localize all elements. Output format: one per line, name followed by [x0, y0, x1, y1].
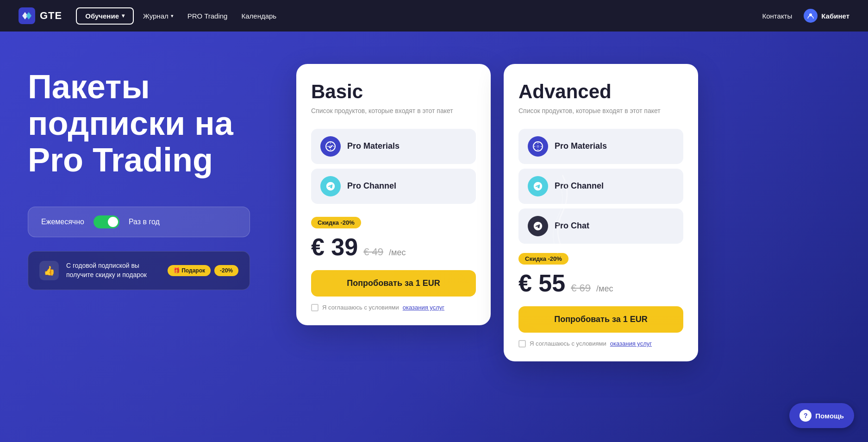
svg-point-5	[537, 145, 539, 148]
basic-card: Basic Список продуктов, которые входят в…	[296, 64, 491, 325]
advanced-price-old: € 69	[571, 282, 591, 294]
basic-feature-2-label: Pro Channel	[347, 181, 396, 191]
nav-links: Журнал ▾ PRO Trading Календарь	[143, 12, 762, 20]
user-avatar-icon	[804, 9, 818, 23]
advanced-feature-3-label: Pro Chat	[555, 221, 589, 231]
help-icon: ?	[799, 410, 812, 422]
nav-zhurnal-link[interactable]: Журнал ▾	[143, 12, 174, 20]
nav-obuchenie-button[interactable]: Обучение	[76, 7, 134, 25]
pro-materials-icon	[320, 136, 341, 157]
basic-card-subtitle: Список продуктов, которые входят в этот …	[311, 107, 476, 116]
advanced-feature-2: Pro Channel	[518, 169, 683, 204]
basic-terms-checkbox[interactable]	[311, 304, 318, 311]
billing-toggle[interactable]	[94, 215, 119, 228]
basic-price-old: € 49	[363, 246, 383, 258]
advanced-price-current: € 55	[518, 269, 565, 297]
advanced-feature-3: Pro Chat	[518, 208, 683, 244]
gift-badge: 🎁 Подарок	[168, 265, 211, 276]
nav-calendar-link[interactable]: Календарь	[241, 12, 276, 20]
promo-banner: 👍 С годовой подпиской вы получите скидку…	[28, 251, 250, 290]
basic-discount-badge: Скидка -20%	[311, 217, 361, 228]
advanced-feature-1: Pro Materials	[518, 129, 683, 164]
advanced-feature-2-label: Pro Channel	[555, 181, 604, 191]
logo-text: GTE	[40, 10, 62, 22]
advanced-price-period: /мес	[596, 284, 613, 294]
basic-terms-row: Я соглашаюсь с условиями оказания услуг	[311, 304, 476, 311]
cards-area: Basic Список продуктов, которые входят в…	[296, 59, 840, 361]
logo-area: GTE	[19, 7, 62, 24]
advanced-terms-link[interactable]: оказания услуг	[610, 340, 652, 347]
advanced-feature-1-label: Pro Materials	[555, 141, 607, 151]
advanced-discount-badge: Скидка -20%	[518, 253, 568, 265]
discount-badge-promo: -20%	[214, 265, 238, 276]
basic-feature-1-label: Pro Materials	[347, 141, 400, 151]
basic-terms-text: Я соглашаюсь с условиями	[322, 304, 399, 311]
logo-icon	[19, 7, 35, 24]
advanced-terms-text: Я соглашаюсь с условиями	[530, 340, 606, 347]
advanced-card: Advanced Список продуктов, которые входя…	[504, 64, 698, 361]
basic-card-title: Basic	[311, 81, 476, 103]
basic-cta-button[interactable]: Попробовать за 1 EUR	[311, 270, 476, 297]
nav-right: Контакты Кабинет	[762, 9, 849, 23]
main-content: Пакеты подписки на Pro Trading Ежемесячн…	[0, 32, 868, 442]
promo-icon: 👍	[39, 261, 59, 280]
basic-terms-link[interactable]: оказания услуг	[403, 304, 444, 311]
promo-badges: 🎁 Подарок -20%	[168, 265, 238, 276]
basic-price-row: € 39 € 49 /мес	[311, 233, 476, 261]
advanced-terms-row: Я соглашаюсь с условиями оказания услуг	[518, 340, 683, 347]
basic-feature-1: Pro Materials	[311, 129, 476, 164]
advanced-pro-materials-icon	[528, 136, 548, 157]
promo-text: С годовой подпиской вы получите скидку и…	[66, 261, 160, 279]
billing-toggle-container: Ежемесячно Раз в год	[28, 207, 250, 237]
advanced-card-subtitle: Список продуктов, которые входят в этот …	[518, 107, 683, 116]
nav-kontakty-link[interactable]: Контакты	[762, 12, 792, 20]
basic-feature-2: Pro Channel	[311, 169, 476, 204]
hero-title: Пакеты подписки на Pro Trading	[28, 69, 278, 179]
svg-point-3	[329, 145, 332, 148]
advanced-pro-chat-icon	[528, 216, 548, 236]
pro-channel-icon	[320, 176, 341, 196]
advanced-card-title: Advanced	[518, 81, 683, 103]
advanced-price-row: € 55 € 69 /мес	[518, 269, 683, 297]
advanced-cta-button[interactable]: Попробовать за 1 EUR	[518, 306, 683, 333]
nav-pro-trading-link[interactable]: PRO Trading	[187, 12, 228, 20]
basic-price-period: /мес	[389, 248, 406, 258]
basic-price-current: € 39	[311, 233, 358, 261]
header: GTE Обучение Журнал ▾ PRO Trading Календ…	[0, 0, 868, 32]
billing-monthly-label: Ежемесячно	[41, 218, 84, 226]
chevron-down-icon: ▾	[171, 13, 174, 19]
advanced-pro-channel-icon	[528, 176, 548, 196]
billing-yearly-label: Раз в год	[129, 218, 160, 226]
advanced-terms-checkbox[interactable]	[518, 340, 526, 347]
nav-kabinet-button[interactable]: Кабинет	[804, 9, 849, 23]
left-panel: Пакеты подписки на Pro Trading Ежемесячн…	[28, 59, 278, 290]
help-button[interactable]: ? Помощь	[789, 403, 854, 428]
